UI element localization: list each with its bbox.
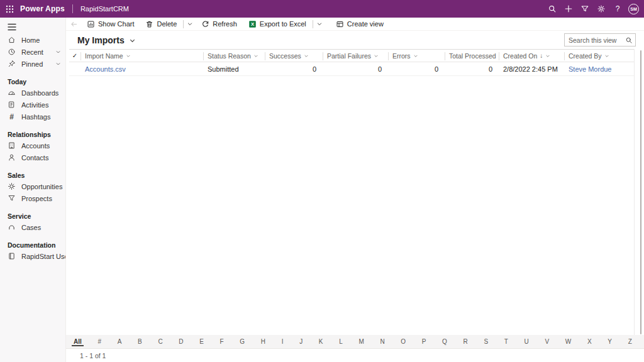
sidebar-item-accounts[interactable]: Accounts — [0, 140, 65, 151]
delete-button[interactable]: Delete — [140, 18, 182, 31]
column-header-errors[interactable]: Errors — [388, 50, 445, 62]
jump-hash[interactable]: # — [96, 337, 103, 346]
jump-all[interactable]: All — [72, 337, 84, 346]
column-header-partial-failures[interactable]: Partial Failures — [323, 50, 388, 62]
search-icon[interactable] — [544, 0, 560, 18]
app-header: Power Apps RapidStartCRM ? SM — [0, 0, 644, 18]
book-icon — [8, 252, 16, 260]
export-to-excel-label: Export to Excel — [260, 20, 306, 28]
jump-letter[interactable]: T — [502, 337, 510, 346]
excel-icon: X — [248, 20, 257, 28]
jump-letter[interactable]: W — [564, 337, 573, 346]
filter-icon[interactable] — [577, 0, 593, 18]
app-name[interactable]: Power Apps — [20, 4, 65, 13]
search-icon[interactable] — [625, 36, 633, 44]
column-header-status-reason[interactable]: Status Reason — [203, 50, 265, 62]
sidebar-item-rapidstart-user[interactable]: RapidStart User — [0, 250, 65, 262]
chevron-down-icon — [545, 53, 550, 58]
sidebar-item-label: Cases — [21, 224, 41, 231]
jump-letter[interactable]: R — [462, 337, 470, 346]
jump-letter[interactable]: U — [523, 337, 531, 346]
jump-letter[interactable]: V — [543, 337, 551, 346]
column-header-successes[interactable]: Successes — [265, 50, 323, 62]
sidebar-item-cases[interactable]: Cases — [0, 221, 65, 233]
column-header-created-on[interactable]: Created On ↓ — [499, 50, 564, 62]
sidebar-item-label: Recent — [21, 48, 43, 56]
chevron-down-icon — [374, 53, 379, 58]
sidebar-section-today: Today — [0, 76, 65, 87]
select-all-checkbox[interactable]: ✓ — [69, 50, 80, 62]
notes-icon — [8, 101, 16, 109]
chevron-down-icon — [129, 37, 136, 44]
cell-import-name[interactable]: Accounts.csv — [80, 62, 203, 75]
column-header-total-processed[interactable]: Total Processed — [445, 50, 499, 62]
jump-letter[interactable]: F — [218, 337, 226, 346]
jump-letter[interactable]: Y — [606, 337, 614, 346]
sidebar-item-prospects[interactable]: Prospects — [0, 192, 65, 204]
show-chart-button[interactable]: Show Chart — [81, 18, 140, 31]
jump-letter[interactable]: N — [378, 337, 386, 346]
help-icon[interactable]: ? — [609, 0, 626, 18]
cell-created-by[interactable]: Steve Mordue — [564, 62, 634, 75]
sidebar-item-opportunities[interactable]: Opportunities — [0, 180, 65, 192]
add-icon[interactable] — [560, 0, 577, 18]
settings-gear-icon[interactable] — [593, 0, 609, 18]
jump-letter[interactable]: M — [357, 337, 365, 346]
jump-letter[interactable]: L — [337, 337, 345, 346]
chevron-down-icon[interactable] — [55, 49, 61, 55]
record-range: 1 - 1 of 1 — [80, 352, 106, 359]
jump-letter[interactable]: K — [317, 337, 325, 346]
jump-letter[interactable]: P — [420, 337, 428, 346]
search-input[interactable] — [565, 35, 621, 45]
jump-letter[interactable]: Z — [626, 337, 634, 346]
jump-letter[interactable]: S — [482, 337, 490, 346]
sidebar-item-hashtags[interactable]: # Hashtags — [0, 111, 65, 123]
jump-letter[interactable]: C — [156, 337, 164, 346]
jump-letter[interactable]: J — [297, 337, 304, 346]
sitemap-toggle-icon[interactable] — [0, 20, 65, 34]
table-row[interactable]: Accounts.csv Submitted 0 0 0 0 2/8/2022 … — [69, 62, 634, 76]
sidebar-item-home[interactable]: Home — [0, 34, 65, 46]
refresh-button[interactable]: Refresh — [196, 18, 243, 31]
jump-letter[interactable]: Q — [440, 337, 449, 346]
pin-icon — [8, 60, 16, 68]
sidebar-item-contacts[interactable]: Contacts — [0, 151, 65, 163]
cell-partial-failures: 0 — [323, 62, 388, 75]
jump-letter[interactable]: D — [177, 337, 185, 346]
create-view-button[interactable]: Create view — [330, 18, 389, 31]
jump-letter[interactable]: G — [238, 337, 247, 346]
sidebar-item-recent[interactable]: Recent — [0, 46, 65, 58]
delete-icon — [145, 20, 153, 28]
sidebar-item-label: Hashtags — [21, 113, 50, 121]
vertical-scrollbar[interactable] — [634, 49, 644, 352]
environment-name[interactable]: RapidStartCRM — [80, 5, 129, 13]
jump-letter[interactable]: I — [280, 337, 286, 346]
export-more-chevron-icon[interactable] — [314, 18, 325, 31]
export-to-excel-button[interactable]: X Export to Excel — [243, 18, 312, 31]
back-arrow-icon[interactable] — [66, 20, 81, 28]
column-label: Status Reason — [208, 52, 251, 60]
chevron-down-icon — [304, 53, 309, 58]
jump-letter[interactable]: O — [399, 337, 408, 346]
sidebar-item-label: Pinned — [21, 60, 43, 68]
avatar[interactable]: SM — [628, 4, 639, 14]
row-checkbox[interactable] — [69, 62, 80, 75]
waffle-icon[interactable] — [0, 0, 19, 18]
sidebar-item-dashboards[interactable]: Dashboards — [0, 87, 65, 99]
view-selector[interactable]: My Imports — [77, 35, 136, 45]
chevron-down-icon — [126, 53, 131, 58]
jump-letter[interactable]: H — [259, 337, 267, 346]
jump-letter[interactable]: E — [197, 337, 206, 346]
main-content: Show Chart Delete Refresh X Export to Ex… — [66, 18, 644, 362]
delete-more-chevron-icon[interactable] — [184, 18, 196, 31]
jump-letter[interactable]: X — [586, 337, 594, 346]
jump-letter[interactable]: A — [116, 337, 124, 346]
chevron-down-icon[interactable] — [55, 61, 61, 67]
sidebar-section-documentation: Documentation — [0, 239, 65, 250]
sidebar-item-activities[interactable]: Activities — [0, 99, 65, 111]
column-header-created-by[interactable]: Created By — [564, 50, 634, 62]
sidebar-item-pinned[interactable]: Pinned — [0, 58, 65, 70]
jump-letter[interactable]: B — [136, 337, 144, 346]
scrollbar-thumb[interactable] — [640, 50, 641, 334]
column-header-import-name[interactable]: Import Name — [80, 50, 203, 62]
